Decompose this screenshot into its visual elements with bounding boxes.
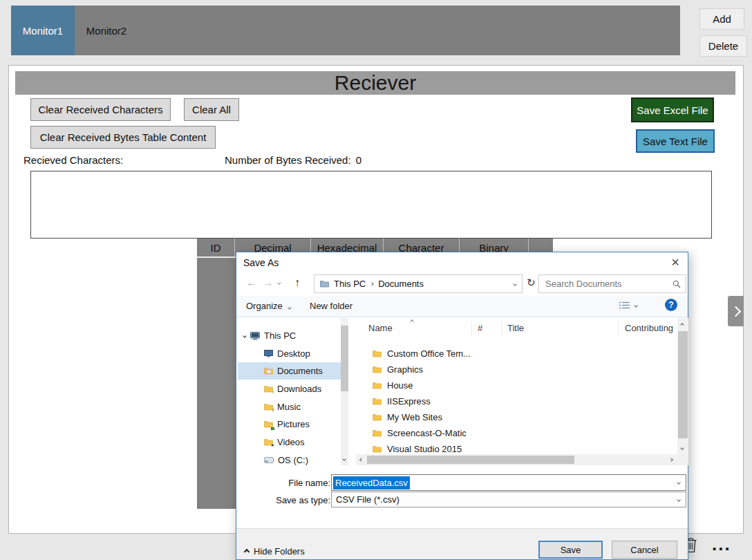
save-excel-file-button[interactable]: Save Excel File: [631, 97, 714, 122]
folder-icon: [373, 413, 382, 421]
sidebar-label: Desktop: [277, 348, 310, 359]
app-window: Monitor1 Monitor2 Add Delete Reciever Cl…: [0, 0, 752, 560]
sidebar-item-pictures[interactable]: Pictures: [238, 416, 341, 433]
address-dropdown-chevron-icon[interactable]: [513, 282, 517, 286]
expand-flyout-button[interactable]: [728, 296, 744, 326]
sidebar-item-music[interactable]: ♪ Music: [238, 398, 341, 416]
sidebar-item-os-c[interactable]: OS (C:): [238, 451, 341, 469]
sidebar-item-documents[interactable]: Documents: [238, 362, 341, 380]
folder-icon: [373, 429, 382, 437]
file-name-value: ReceivedData.csv: [333, 476, 410, 489]
col-header-id[interactable]: ID: [197, 239, 235, 256]
file-name-dropdown-chevron-icon[interactable]: [677, 480, 681, 485]
forward-icon[interactable]: →: [263, 277, 274, 288]
column-header-number[interactable]: #: [478, 323, 482, 333]
add-monitor-button[interactable]: Add: [699, 8, 744, 30]
bytes-received-label: Number of Bytes Received: 0: [225, 154, 361, 166]
tab-monitor1[interactable]: Monitor1: [11, 6, 75, 55]
chevron-right-icon: [731, 306, 742, 317]
search-box: [538, 274, 686, 293]
file-list-hscrollbar[interactable]: [356, 454, 678, 465]
monitor-tabstrip: Monitor1 Monitor2: [11, 6, 680, 55]
scroll-right-icon[interactable]: [669, 458, 673, 462]
hide-folders-button[interactable]: Hide Folders: [245, 546, 305, 557]
save-text-file-button[interactable]: Save Text File: [636, 129, 715, 153]
list-item-my-web-sites[interactable]: My Web Sites: [352, 409, 677, 424]
file-name-input[interactable]: ReceivedData.csv: [331, 474, 686, 491]
close-icon[interactable]: ×: [671, 254, 679, 270]
file-list-vscrollbar[interactable]: [677, 318, 688, 465]
scroll-left-icon[interactable]: [359, 458, 364, 462]
folder-icon: [373, 398, 382, 405]
scroll-up-icon[interactable]: [680, 323, 684, 327]
hscrollbar-thumb[interactable]: [367, 456, 574, 464]
refresh-icon[interactable]: ↻: [527, 277, 536, 289]
list-item-iisexpress[interactable]: IISExpress: [352, 393, 677, 409]
column-header-contributing[interactable]: Contributing: [625, 323, 673, 333]
column-separator: [502, 321, 502, 335]
help-icon[interactable]: ?: [665, 299, 677, 311]
sidebar-label: Downloads: [277, 384, 321, 394]
receiver-title-bar: Reciever: [15, 71, 735, 95]
save-as-type-chevron-icon[interactable]: [677, 498, 681, 502]
list-item-graphics[interactable]: Graphics: [352, 362, 677, 377]
clear-all-button[interactable]: Clear All: [184, 98, 239, 121]
received-characters-label: Recieved Characters:: [24, 154, 123, 166]
save-as-type-label: Save as type:: [261, 495, 330, 505]
change-view-icon[interactable]: [619, 301, 630, 311]
sidebar-scrollbar[interactable]: [341, 318, 348, 465]
expand-chevron-icon[interactable]: [243, 334, 247, 338]
more-options-button[interactable]: ...: [712, 534, 731, 555]
sidebar-label: Music: [277, 402, 301, 412]
sort-ascending-icon: [410, 319, 414, 324]
received-characters-textbox[interactable]: [30, 171, 712, 239]
clear-received-bytes-table-button[interactable]: Clear Received Bytes Table Content: [30, 126, 216, 149]
list-item-custom-office-templates[interactable]: Custom Office Tem...: [352, 346, 677, 361]
vscrollbar-thumb[interactable]: [678, 331, 688, 438]
back-icon[interactable]: ←: [246, 277, 257, 288]
folder-icon: [373, 445, 382, 453]
search-input[interactable]: [544, 276, 670, 292]
organize-label: Organize: [246, 301, 283, 311]
music-note-icon: ♪: [272, 407, 274, 413]
scroll-down-icon[interactable]: [342, 457, 346, 461]
list-item-screencast-o-matic[interactable]: Screencast-O-Matic: [352, 425, 677, 440]
bytes-received-count: 0: [356, 154, 361, 166]
recent-locations-chevron-icon[interactable]: [277, 281, 281, 285]
column-header-title[interactable]: Title: [507, 323, 524, 333]
list-item-house[interactable]: House: [352, 377, 677, 393]
tab-monitor2[interactable]: Monitor2: [75, 6, 138, 55]
sidebar-scrollbar-thumb[interactable]: [341, 326, 348, 391]
breadcrumb-separator-icon[interactable]: [370, 282, 374, 286]
sidebar-item-this-pc[interactable]: This PC: [238, 327, 341, 344]
sidebar-item-downloads[interactable]: ↓ Downloads: [238, 380, 341, 398]
folder-icon: [373, 366, 382, 373]
save-as-type-select[interactable]: CSV File (*.csv): [331, 492, 686, 507]
save-button[interactable]: Save: [538, 541, 603, 559]
scroll-down-icon[interactable]: [680, 446, 684, 450]
clear-received-characters-button[interactable]: Clear Received Characters: [30, 98, 171, 121]
sidebar-item-videos[interactable]: ▸ Videos: [238, 433, 341, 451]
sidebar-label: Pictures: [277, 419, 310, 429]
hide-folders-label: Hide Folders: [254, 546, 305, 557]
music-folder-icon: ♪: [264, 403, 273, 411]
tab-monitor1-label: Monitor1: [23, 25, 63, 37]
delete-monitor-button[interactable]: Delete: [699, 35, 747, 57]
breadcrumb-this-pc[interactable]: This PC: [334, 279, 366, 289]
desktop-icon: [264, 350, 273, 357]
play-icon: ▸: [272, 442, 274, 448]
up-icon[interactable]: ↑: [294, 277, 300, 288]
videos-folder-icon: ▸: [264, 438, 273, 446]
breadcrumb-documents[interactable]: Documents: [378, 279, 424, 289]
organize-chevron-icon: [288, 306, 292, 310]
new-folder-button[interactable]: New folder: [310, 301, 352, 311]
sidebar-item-desktop[interactable]: Desktop: [238, 345, 341, 362]
sidebar-label: Videos: [277, 437, 305, 447]
cancel-button[interactable]: Cancel: [612, 541, 677, 559]
address-bar[interactable]: This PC Documents: [314, 274, 523, 293]
column-header-name[interactable]: Name: [368, 323, 393, 333]
search-icon[interactable]: [673, 280, 681, 290]
pictures-folder-icon: [264, 420, 273, 428]
organize-menu[interactable]: Organize: [246, 301, 291, 311]
documents-folder-icon: [264, 367, 273, 375]
